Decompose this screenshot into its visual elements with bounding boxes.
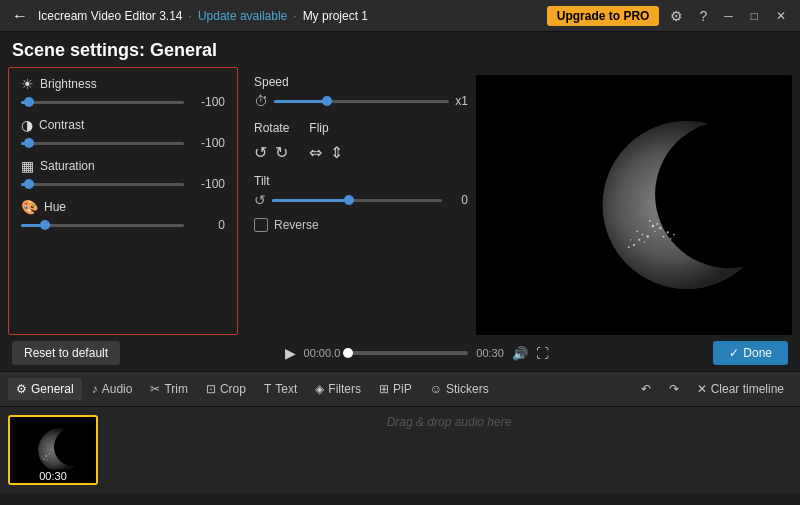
hue-row: 🎨 Hue 0 — [21, 199, 225, 232]
back-button[interactable]: ← — [8, 7, 32, 25]
hue-label: Hue — [44, 200, 66, 214]
separator2: · — [293, 9, 296, 23]
timeline: 00:30 Drag & drop audio here — [0, 407, 800, 493]
svg-point-8 — [654, 231, 655, 232]
tilt-track[interactable] — [272, 199, 442, 202]
tab-pip[interactable]: ⊞ PiP — [371, 378, 420, 400]
titlebar: ← Icecream Video Editor 3.14 · Update av… — [0, 0, 800, 32]
trim-tab-icon: ✂ — [150, 382, 160, 396]
help-icon[interactable]: ? — [694, 8, 712, 24]
saturation-icon: ▦ — [21, 158, 34, 174]
svg-point-20 — [628, 246, 630, 248]
svg-point-28 — [42, 457, 43, 458]
tab-crop[interactable]: ⊡ Crop — [198, 378, 254, 400]
maximize-button[interactable]: □ — [745, 9, 764, 23]
tilt-label: Tilt — [254, 174, 468, 188]
svg-point-4 — [652, 225, 655, 228]
saturation-value: -100 — [190, 177, 225, 191]
audio-tab-icon: ♪ — [92, 382, 98, 396]
contrast-label: Contrast — [39, 118, 84, 132]
close-button[interactable]: ✕ — [770, 9, 792, 23]
toolbar: ⚙ General ♪ Audio ✂ Trim ⊡ Crop T Text ◈… — [0, 371, 800, 407]
tab-stickers[interactable]: ☺ Stickers — [422, 378, 497, 400]
brightness-track[interactable] — [21, 101, 184, 104]
rotate-label: Rotate — [254, 121, 289, 135]
hue-icon: 🎨 — [21, 199, 38, 215]
tilt-icon: ↺ — [254, 192, 266, 208]
speed-track[interactable] — [274, 100, 449, 103]
update-link[interactable]: Update available — [198, 9, 287, 23]
time-current: 00:00.0 — [304, 347, 341, 359]
text-tab-label: Text — [275, 382, 297, 396]
general-tab-label: General — [31, 382, 74, 396]
saturation-track[interactable] — [21, 183, 184, 186]
saturation-row: ▦ Saturation -100 — [21, 158, 225, 191]
tab-text[interactable]: T Text — [256, 378, 305, 400]
filters-tab-label: Filters — [328, 382, 361, 396]
hue-track[interactable] — [21, 224, 184, 227]
play-button[interactable]: ▶ — [285, 345, 296, 361]
svg-point-26 — [48, 453, 49, 454]
main-content: ☀ Brightness -100 ◑ Contrast — [0, 67, 800, 335]
reverse-row: Reverse — [254, 218, 468, 232]
tab-filters[interactable]: ◈ Filters — [307, 378, 369, 400]
undo-button[interactable]: ↶ — [633, 378, 659, 400]
color-settings-panel: ☀ Brightness -100 ◑ Contrast — [8, 67, 238, 335]
fullscreen-icon[interactable]: ⛶ — [536, 346, 549, 361]
contrast-row: ◑ Contrast -100 — [21, 117, 225, 150]
upgrade-button[interactable]: Upgrade to PRO — [547, 6, 660, 26]
settings-icon[interactable]: ⚙ — [665, 8, 688, 24]
project-name: My project 1 — [303, 9, 368, 23]
svg-point-9 — [646, 235, 649, 238]
clear-x-icon: ✕ — [697, 382, 707, 396]
flip-horizontal-icon[interactable]: ⇔ — [309, 143, 322, 162]
progress-bar[interactable] — [348, 351, 468, 355]
reverse-checkbox[interactable] — [254, 218, 268, 232]
stickers-tab-icon: ☺ — [430, 382, 442, 396]
svg-point-16 — [670, 238, 671, 239]
video-preview-panel — [476, 67, 800, 335]
svg-point-10 — [642, 234, 644, 236]
tilt-row: Tilt ↺ 0 — [254, 174, 468, 208]
video-controls: ▶ 00:00.0 00:30 🔊 ⛶ — [285, 345, 549, 361]
reset-button[interactable]: Reset to default — [12, 341, 120, 365]
svg-point-5 — [656, 223, 658, 225]
flip-vertical-icon[interactable]: ⇕ — [330, 143, 343, 162]
transform-settings-panel: Speed ⏱ x1 Rotate ↺ ↻ Flip — [246, 67, 476, 335]
separator1: · — [189, 9, 192, 23]
svg-point-27 — [43, 458, 44, 459]
svg-point-6 — [659, 227, 661, 229]
svg-point-13 — [636, 230, 638, 232]
crop-tab-label: Crop — [220, 382, 246, 396]
contrast-track[interactable] — [21, 142, 184, 145]
minimize-button[interactable]: ─ — [718, 9, 739, 23]
done-button[interactable]: ✓ Done — [713, 341, 788, 365]
app-name: Icecream Video Editor 3.14 — [38, 9, 183, 23]
clip-thumbnail[interactable]: 00:30 — [8, 415, 98, 485]
volume-icon[interactable]: 🔊 — [512, 346, 528, 361]
rotate-ccw-icon[interactable]: ↺ — [254, 143, 267, 162]
contrast-icon: ◑ — [21, 117, 33, 133]
brightness-label: Brightness — [40, 77, 97, 91]
flip-section: Flip ⇔ ⇕ — [309, 121, 343, 162]
contrast-value: -100 — [190, 136, 225, 150]
general-tab-icon: ⚙ — [16, 382, 27, 396]
tab-general[interactable]: ⚙ General — [8, 378, 82, 400]
crop-tab-icon: ⊡ — [206, 382, 216, 396]
redo-icon: ↷ — [669, 382, 679, 396]
brightness-icon: ☀ — [21, 76, 34, 92]
svg-point-17 — [673, 234, 675, 236]
tab-trim[interactable]: ✂ Trim — [142, 378, 196, 400]
rotate-cw-icon[interactable]: ↻ — [275, 143, 288, 162]
svg-point-11 — [638, 239, 640, 241]
time-end: 00:30 — [476, 347, 504, 359]
brightness-row: ☀ Brightness -100 — [21, 76, 225, 109]
pip-tab-label: PiP — [393, 382, 412, 396]
speed-label: Speed — [254, 75, 468, 89]
redo-button[interactable]: ↷ — [661, 378, 687, 400]
tilt-value: 0 — [448, 193, 468, 207]
tab-audio[interactable]: ♪ Audio — [84, 378, 141, 400]
svg-point-3 — [602, 121, 771, 290]
clear-timeline-button[interactable]: ✕ Clear timeline — [689, 378, 792, 400]
scene-header: Scene settings: General — [0, 32, 800, 67]
